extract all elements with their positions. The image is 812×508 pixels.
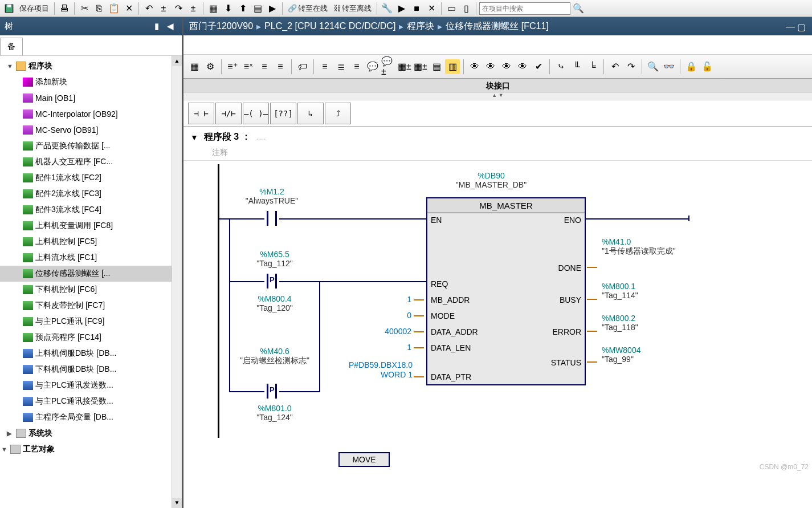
val-mbaddr[interactable]: 1 [377, 295, 411, 304]
redo-drop-icon[interactable]: ± [186, 2, 200, 15]
collapse-icon[interactable]: ▼ [190, 133, 198, 142]
options-icon[interactable]: ⚙ [203, 59, 218, 74]
paste-icon[interactable]: 📋 [107, 2, 121, 15]
val-dataaddr[interactable]: 400002 [360, 327, 411, 336]
network-comment[interactable]: 注释 [183, 145, 812, 161]
scroll-up-icon[interactable]: ▲ [172, 56, 182, 66]
nav3-icon[interactable]: ╘ [585, 59, 600, 74]
nav2-icon[interactable]: ╙ [569, 59, 584, 74]
lad-tool-button[interactable]: ⤴ [325, 103, 351, 124]
tree-item[interactable]: 与主PLC通讯发送数... [0, 377, 182, 393]
expand-icon[interactable]: ▼ [1, 446, 8, 453]
save-button[interactable]: 保存项目 [17, 3, 51, 14]
tree-item[interactable]: Main [OB1] [0, 90, 182, 106]
del-net-icon[interactable]: ≡ˣ [241, 59, 256, 74]
lad-tool-button[interactable]: –( )– [243, 103, 269, 124]
go-offline-button[interactable]: ⛓转至离线 [331, 3, 374, 14]
nav1-icon[interactable]: ⤷ [553, 59, 568, 74]
compile-icon[interactable]: ▦ [206, 2, 220, 15]
minimize-icon[interactable]: — [786, 22, 795, 31]
tree-item[interactable]: 上料机控制 [FC5] [0, 234, 182, 250]
search-input[interactable] [479, 2, 570, 15]
tree-item[interactable]: 上料机伺服DB块 [DB... [0, 346, 182, 361]
download-icon[interactable]: ⬇ [221, 2, 235, 15]
maximize-icon[interactable]: ▢ [797, 22, 806, 31]
move-block[interactable]: MOVE [338, 452, 390, 467]
tree-item[interactable]: 上料机变量调用 [FC8] [0, 218, 182, 234]
tree-scrollbar[interactable]: ▲ ▼ [172, 56, 182, 508]
stop-icon[interactable]: ■ [410, 2, 423, 15]
lad-tool-button[interactable]: ↳ [297, 103, 324, 124]
comm2-icon[interactable]: 💬± [381, 59, 396, 74]
out-status[interactable]: %MW8004 "Tag_99" [602, 346, 640, 364]
expand-icon[interactable]: ▶ [7, 430, 14, 437]
sim-icon[interactable]: ▤ [251, 2, 264, 15]
no-contact-c1[interactable] [264, 211, 279, 226]
comment-icon[interactable]: 💬 [365, 59, 380, 74]
p-contact-c4[interactable]: P [264, 384, 279, 399]
align-l-icon[interactable]: ≡ [317, 59, 332, 74]
breadcrumb-segment[interactable]: PLC_2 [CPU 1214C DC/DC/DC] [264, 21, 395, 31]
tree-item[interactable]: 预点亮程序 [FC14] [0, 330, 182, 346]
lock2-icon[interactable]: 🔓 [700, 59, 715, 74]
breadcrumb-segment[interactable]: 位移传感器测螺丝 [FC11] [446, 21, 548, 32]
out-done[interactable]: %M41.0 "1号传感器读取完成" [602, 237, 693, 257]
out-error[interactable]: %M800.2 "Tag_118" [602, 314, 638, 332]
monitor-icon[interactable]: 👁 [467, 59, 482, 74]
tree-item[interactable]: MC-Interpolator [OB92] [0, 106, 182, 122]
view4-icon[interactable]: ▥ [445, 59, 460, 74]
val-dataptr[interactable]: P#DB59.DBX18.0 WORD 1 [337, 360, 413, 380]
mb-master-block[interactable]: MB_MASTER EN REQ MB_ADDR MODE DATA_ADDR … [426, 197, 586, 385]
p-contact-c2[interactable]: P [264, 274, 279, 288]
tree-group-blocks[interactable]: ▼ 程序块 [0, 58, 182, 74]
align-r-icon[interactable]: ≡ [349, 59, 364, 74]
save-icon[interactable] [2, 2, 16, 15]
tree-group-sys[interactable]: ▶ 系统块 [0, 425, 182, 441]
tree-group-tech[interactable]: ▼ 工艺对象 [0, 441, 182, 457]
tree-item[interactable]: 下料皮带控制 [FC7] [0, 298, 182, 314]
undo-icon[interactable]: ↶ [142, 2, 156, 15]
ins-net-icon[interactable]: ≡⁺ [225, 59, 240, 74]
align-c-icon[interactable]: ≣ [333, 59, 348, 74]
print-icon[interactable]: 🖶 [58, 2, 71, 15]
run-icon[interactable]: ▶ [395, 2, 409, 15]
split-h-icon[interactable]: ▭ [444, 2, 458, 15]
ins-row-icon[interactable]: ≡ [257, 59, 272, 74]
ref2-icon[interactable]: ↷ [623, 59, 638, 74]
lad-tool-button[interactable]: ⊣/⊢ [215, 103, 242, 124]
view2-icon[interactable]: ▦± [413, 59, 428, 74]
lad-tool-button[interactable]: [??] [270, 103, 296, 124]
tree-item[interactable]: 产品更换传输数据 [... [0, 138, 182, 154]
breadcrumb-segment[interactable]: 西门子1200V90 [189, 21, 253, 32]
out-busy[interactable]: %M800.1 "Tag_114" [602, 282, 638, 300]
lad-tool-button[interactable]: ⊣ ⊢ [188, 103, 214, 124]
monitor3-icon[interactable]: 👁 [499, 59, 514, 74]
tag-icon[interactable]: 🏷 [295, 59, 310, 74]
val-mode[interactable]: 0 [377, 311, 411, 320]
tree-item[interactable]: 添加新块 [0, 74, 182, 90]
find-icon[interactable]: 🔍 [646, 59, 660, 74]
tree-item[interactable]: 配件2流水线 [FC3] [0, 186, 182, 202]
lock-icon[interactable]: 🔒 [684, 59, 699, 74]
val-datalen[interactable]: 1 [377, 343, 411, 352]
upload-icon[interactable]: ⬆ [236, 2, 250, 15]
breadcrumb-segment[interactable]: 程序块 [407, 21, 434, 32]
view1-icon[interactable]: ▦± [397, 59, 412, 74]
tree-item[interactable]: 配件1流水线 [FC2] [0, 170, 182, 186]
tree-collapse-icon[interactable]: ◀ [167, 21, 177, 31]
check-icon[interactable]: ✔ [531, 59, 546, 74]
tree-item[interactable]: 下料机控制 [FC6] [0, 282, 182, 298]
view3-icon[interactable]: ▤ [429, 59, 444, 74]
close-conn-icon[interactable]: ✕ [425, 2, 438, 15]
tree-col-icon[interactable]: ▮ [154, 21, 165, 31]
interface-splitter[interactable] [183, 92, 812, 100]
cut-icon[interactable]: ✂ [77, 2, 91, 15]
split-v-icon[interactable]: ▯ [459, 2, 473, 15]
monitor4-icon[interactable]: 👁 [515, 59, 530, 74]
tree-item[interactable]: 机器人交互程序 [FC... [0, 154, 182, 170]
expand-icon[interactable]: ▼ [7, 63, 14, 70]
tree-item[interactable]: 配件3流水线 [FC4] [0, 202, 182, 218]
tree-item[interactable]: 下料机伺服DB块 [DB... [0, 361, 182, 377]
glasses-icon[interactable]: 👓 [662, 59, 676, 74]
start-icon[interactable]: ▶ [266, 2, 279, 15]
